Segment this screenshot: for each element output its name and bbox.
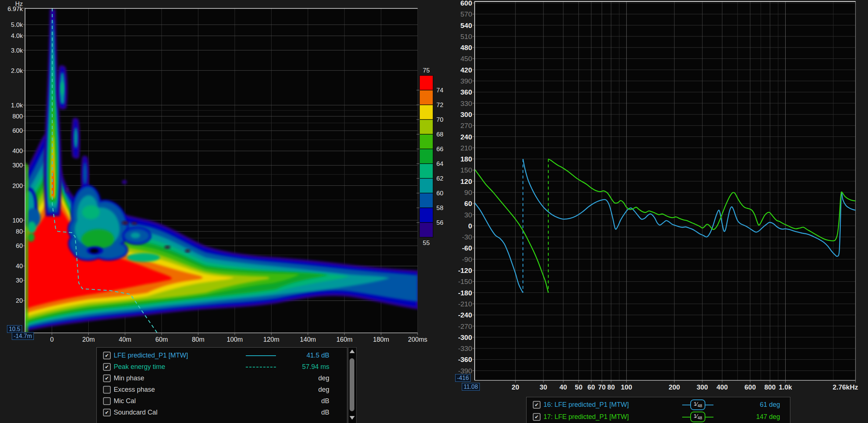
svg-text:1.0k: 1.0k [11, 102, 23, 109]
svg-text:-240: -240 [458, 311, 472, 319]
svg-text:80: 80 [16, 228, 23, 235]
svg-text:480: 480 [460, 44, 472, 51]
legend-checkbox[interactable]: ✔ [103, 363, 111, 371]
svg-text:40: 40 [560, 383, 567, 391]
scrollbar-up-icon[interactable] [350, 349, 355, 353]
legend-checkbox[interactable]: ✔ [533, 401, 541, 409]
svg-text:180m: 180m [373, 336, 389, 343]
svg-text:70: 70 [598, 383, 606, 391]
svg-text:60: 60 [436, 190, 443, 197]
legend-row-soundcard-cal[interactable]: ✔Soundcard CaldB [97, 407, 347, 418]
smoothing-fraction: 1⁄48 [690, 412, 705, 422]
svg-text:74: 74 [436, 87, 443, 94]
legend-row-peak-energy-time[interactable]: ✔Peak energy time57.94 ms [97, 361, 347, 373]
svg-text:200: 200 [669, 383, 680, 391]
legend-checkbox[interactable]: ✔ [103, 374, 111, 382]
legend-value: deg [318, 374, 329, 382]
legend-row-min-phase[interactable]: ✔Min phasedeg [97, 373, 347, 384]
svg-text:200ms: 200ms [408, 336, 428, 343]
svg-text:50: 50 [575, 383, 582, 391]
legend-value: 41.5 dB [307, 352, 329, 359]
legend-line-sample-dashed [246, 367, 276, 367]
svg-text:-30: -30 [462, 233, 472, 241]
legend-label: Excess phase [114, 386, 155, 394]
svg-text:300: 300 [460, 111, 472, 118]
legend-value: 147 deg [756, 413, 780, 421]
legend-label: Mic Cal [114, 397, 136, 405]
svg-text:600: 600 [744, 383, 756, 391]
smoothing-badge[interactable]: 1⁄48 [682, 399, 713, 410]
svg-text:4.0k: 4.0k [11, 32, 23, 39]
svg-text:270: 270 [460, 122, 472, 129]
legend-checkbox[interactable] [103, 386, 111, 394]
legend-checkbox[interactable]: ✔ [103, 352, 111, 359]
svg-text:64: 64 [436, 160, 443, 167]
svg-text:800: 800 [13, 113, 23, 120]
svg-text:66: 66 [436, 146, 443, 153]
svg-text:30: 30 [464, 211, 472, 219]
spectrogram-chart[interactable]: Hz6.97k5.0k4.0k3.0k2.0k1.0k8006004003002… [0, 0, 456, 348]
svg-text:-330: -330 [458, 345, 472, 352]
legend-label: Soundcard Cal [114, 409, 157, 416]
svg-text:90: 90 [464, 189, 472, 196]
svg-text:570: 570 [460, 10, 472, 18]
svg-text:400: 400 [13, 147, 23, 154]
phase-plot-area[interactable] [475, 1, 855, 380]
legend-checkbox[interactable]: ✔ [533, 413, 541, 421]
svg-text:600: 600 [13, 127, 23, 134]
legend-value: 57.94 ms [302, 363, 329, 371]
legend-scrollbar[interactable] [348, 347, 357, 423]
legend-row-lfe-predicted-p1-mtw-[interactable]: ✔LFE predicted_P1 [MTW]41.5 dB [97, 350, 347, 361]
svg-text:30: 30 [16, 277, 23, 284]
svg-text:58: 58 [436, 205, 443, 212]
spectrogram-legend: ✔LFE predicted_P1 [MTW]41.5 dB✔Peak ener… [96, 347, 347, 423]
spectrogram-y-min-box[interactable]: 10.5 [7, 325, 22, 333]
svg-text:-180: -180 [458, 289, 472, 297]
svg-text:210: 210 [460, 144, 472, 152]
svg-text:150: 150 [460, 166, 472, 174]
svg-text:60: 60 [588, 383, 595, 391]
phase-legend-row-17[interactable]: ✔17: LFE predicted_P1 [MTW]1⁄48147 deg [527, 411, 790, 423]
svg-text:60m: 60m [155, 336, 168, 343]
legend-checkbox[interactable] [103, 397, 111, 405]
spectrogram-x-start-box[interactable]: -14.7m [12, 332, 34, 340]
svg-text:0: 0 [50, 336, 54, 343]
svg-text:-210: -210 [458, 300, 472, 308]
svg-text:330: 330 [460, 100, 472, 107]
legend-label: Min phase [114, 374, 144, 382]
phase-legend-row-16[interactable]: ✔16: LFE predicted_P1 [MTW]1⁄4861 deg [527, 399, 790, 411]
legend-line-sample-solid [246, 355, 276, 356]
svg-text:100: 100 [13, 217, 23, 224]
legend-row-excess-phase[interactable]: Excess phasedeg [97, 384, 347, 395]
svg-text:6.97k: 6.97k [7, 6, 23, 13]
phase-chart[interactable]: 6005705405104804504203903603303002702402… [456, 0, 868, 395]
svg-text:510: 510 [460, 33, 472, 40]
phase-y-min-box[interactable]: -416 [455, 374, 471, 382]
svg-text:55: 55 [423, 239, 430, 246]
legend-row-mic-cal[interactable]: Mic CaldB [97, 395, 347, 407]
svg-text:20: 20 [511, 383, 519, 391]
legend-value: deg [318, 386, 329, 394]
svg-text:75: 75 [423, 67, 430, 74]
svg-text:-270: -270 [458, 323, 472, 330]
svg-text:72: 72 [436, 102, 443, 109]
svg-text:2.0k: 2.0k [11, 67, 23, 74]
badge-line [705, 405, 713, 405]
smoothing-badge[interactable]: 1⁄48 [682, 412, 713, 422]
svg-text:0: 0 [468, 222, 472, 230]
legend-checkbox[interactable]: ✔ [103, 409, 111, 416]
phase-x-axis-labels: 203040506070801002003004006008001.0k2.76… [511, 380, 858, 391]
svg-text:180: 180 [460, 155, 472, 163]
spectrogram-y-axis-labels: Hz6.97k5.0k4.0k3.0k2.0k1.0k8006004003002… [7, 0, 25, 304]
svg-text:20: 20 [16, 297, 23, 304]
phase-x-start-box[interactable]: 11.08 [462, 383, 480, 391]
scrollbar-thumb[interactable] [350, 358, 354, 411]
svg-text:160m: 160m [336, 336, 352, 343]
phase-y-axis-labels: 6005705405104804504203903603303002702402… [458, 0, 475, 375]
svg-text:140m: 140m [300, 336, 316, 343]
svg-text:120: 120 [460, 178, 472, 185]
scrollbar-down-icon[interactable] [350, 416, 355, 420]
spectrogram-colorbar [419, 75, 433, 237]
svg-text:68: 68 [436, 131, 443, 138]
svg-text:-360: -360 [458, 356, 472, 363]
